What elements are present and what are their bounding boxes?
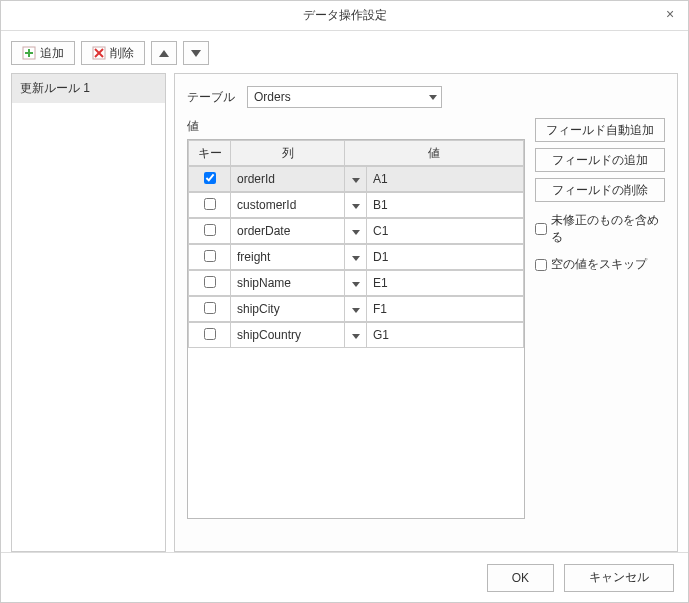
key-checkbox[interactable] [204, 302, 216, 314]
values-label: 値 [187, 118, 525, 135]
key-checkbox[interactable] [204, 224, 216, 236]
side-actions: フィールド自動追加 フィールドの追加 フィールドの削除 未修正のものを含める [535, 118, 665, 519]
add-field-button[interactable]: フィールドの追加 [535, 148, 665, 172]
skip-empty-checkbox[interactable] [535, 259, 547, 271]
key-cell [189, 245, 231, 270]
column-dropdown[interactable] [345, 219, 367, 244]
key-cell [189, 271, 231, 296]
table-select[interactable]: Orders [247, 86, 442, 108]
include-unmodified-row: 未修正のものを含める [535, 212, 665, 246]
table-row[interactable]: orderDateC1 [188, 218, 524, 244]
table-header-row: キー 列 値 [188, 140, 524, 166]
key-checkbox[interactable] [204, 328, 216, 340]
add-field-label: フィールドの追加 [552, 152, 648, 169]
skip-empty-label: 空の値をスキップ [551, 256, 647, 273]
sidebar-item-rule[interactable]: 更新ルール 1 [12, 74, 165, 103]
values-area: 値 キー 列 値 orderIdA1custom [187, 118, 665, 519]
column-dropdown[interactable] [345, 193, 367, 218]
column-cell[interactable]: freight [231, 245, 345, 270]
column-cell[interactable]: customerId [231, 193, 345, 218]
value-cell[interactable]: E1 [367, 271, 524, 296]
cancel-button-label: キャンセル [589, 569, 649, 586]
auto-add-field-button[interactable]: フィールド自動追加 [535, 118, 665, 142]
table-select-value: Orders [254, 90, 291, 104]
value-cell[interactable]: B1 [367, 193, 524, 218]
header-val: 値 [345, 141, 524, 166]
key-cell [189, 193, 231, 218]
value-cell[interactable]: C1 [367, 219, 524, 244]
add-button-label: 追加 [40, 45, 64, 62]
dialog-title: データ操作設定 [303, 7, 387, 24]
include-unmodified-checkbox[interactable] [535, 223, 547, 235]
table-row[interactable]: freightD1 [188, 244, 524, 270]
titlebar: データ操作設定 × [1, 1, 688, 31]
key-checkbox[interactable] [204, 198, 216, 210]
column-dropdown[interactable] [345, 245, 367, 270]
table-row[interactable]: customerIdB1 [188, 192, 524, 218]
chevron-up-icon [159, 50, 169, 57]
ok-button-label: OK [512, 571, 529, 585]
rules-sidebar: 更新ルール 1 [11, 73, 166, 552]
chevron-down-icon [352, 204, 360, 209]
column-cell[interactable]: orderDate [231, 219, 345, 244]
add-button[interactable]: 追加 [11, 41, 75, 65]
column-cell[interactable]: shipCity [231, 297, 345, 322]
column-dropdown[interactable] [345, 297, 367, 322]
key-cell [189, 323, 231, 348]
column-dropdown[interactable] [345, 323, 367, 348]
key-checkbox[interactable] [204, 172, 216, 184]
chevron-down-icon [352, 230, 360, 235]
sidebar-item-label: 更新ルール 1 [20, 81, 90, 95]
dialog-body: 追加 削除 更新ルール 1 テー [1, 31, 688, 552]
chevron-down-icon [352, 308, 360, 313]
column-cell[interactable]: shipCountry [231, 323, 345, 348]
table-row[interactable]: orderIdA1 [188, 166, 524, 192]
chevron-down-icon [352, 282, 360, 287]
key-cell [189, 297, 231, 322]
auto-add-field-label: フィールド自動追加 [546, 122, 654, 139]
key-cell [189, 167, 231, 192]
dialog: データ操作設定 × 追加 削除 [0, 0, 689, 603]
grid-wrap: 値 キー 列 値 orderIdA1custom [187, 118, 525, 519]
value-cell[interactable]: D1 [367, 245, 524, 270]
content: 更新ルール 1 テーブル Orders 値 [11, 73, 678, 552]
chevron-down-icon [352, 256, 360, 261]
skip-empty-row: 空の値をスキップ [535, 256, 665, 273]
move-up-button[interactable] [151, 41, 177, 65]
table-row[interactable]: shipNameE1 [188, 270, 524, 296]
key-cell [189, 219, 231, 244]
values-table: キー 列 値 orderIdA1customerIdB1orderDateC1f… [188, 140, 524, 348]
column-dropdown[interactable] [345, 271, 367, 296]
chevron-down-icon [429, 95, 437, 100]
table-label: テーブル [187, 89, 237, 106]
cancel-button[interactable]: キャンセル [564, 564, 674, 592]
table-row[interactable]: shipCountryG1 [188, 322, 524, 348]
value-cell[interactable]: G1 [367, 323, 524, 348]
value-cell[interactable]: F1 [367, 297, 524, 322]
key-checkbox[interactable] [204, 276, 216, 288]
table-row[interactable]: shipCityF1 [188, 296, 524, 322]
delete-icon [92, 46, 106, 60]
include-unmodified-label: 未修正のものを含める [551, 212, 665, 246]
column-cell[interactable]: orderId [231, 167, 345, 192]
column-dropdown[interactable] [345, 167, 367, 192]
ok-button[interactable]: OK [487, 564, 554, 592]
add-icon [22, 46, 36, 60]
delete-button-label: 削除 [110, 45, 134, 62]
header-key: キー [189, 141, 231, 166]
values-grid: キー 列 値 orderIdA1customerIdB1orderDateC1f… [187, 139, 525, 519]
key-checkbox[interactable] [204, 250, 216, 262]
close-icon[interactable]: × [660, 5, 680, 25]
footer: OK キャンセル [1, 552, 688, 602]
value-cell[interactable]: A1 [367, 167, 524, 192]
delete-field-label: フィールドの削除 [552, 182, 648, 199]
move-down-button[interactable] [183, 41, 209, 65]
delete-button[interactable]: 削除 [81, 41, 145, 65]
header-col: 列 [231, 141, 345, 166]
toolbar: 追加 削除 [11, 41, 678, 65]
column-cell[interactable]: shipName [231, 271, 345, 296]
main-panel: テーブル Orders 値 キー [174, 73, 678, 552]
chevron-down-icon [352, 334, 360, 339]
delete-field-button[interactable]: フィールドの削除 [535, 178, 665, 202]
chevron-down-icon [191, 50, 201, 57]
